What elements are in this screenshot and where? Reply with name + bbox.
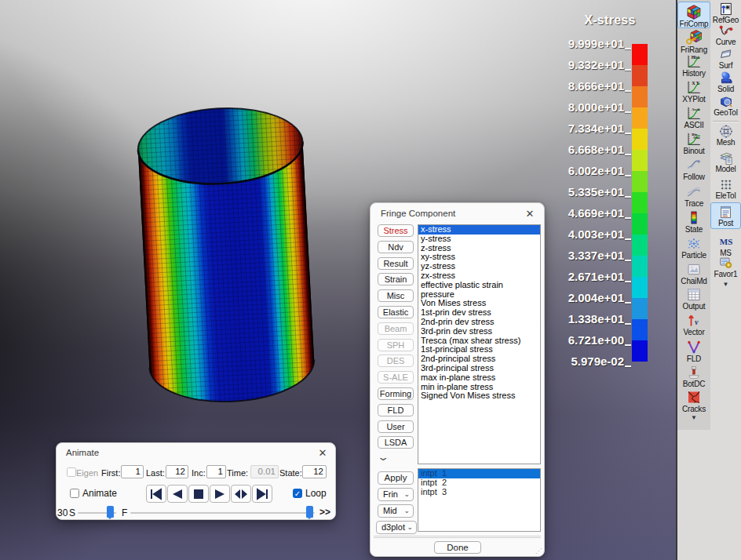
toolbar-item-vector[interactable]: Vector bbox=[677, 312, 710, 337]
toolbar-item-xyplot[interactable]: XYPlot bbox=[677, 79, 710, 104]
intpt-list-item[interactable]: intpt 3 bbox=[418, 488, 540, 497]
speed-slider-thumb[interactable] bbox=[107, 506, 114, 518]
close-icon[interactable]: ✕ bbox=[524, 208, 536, 220]
legend-title: X-stress bbox=[559, 13, 661, 27]
legend-row: 2.004e+01 bbox=[549, 291, 624, 305]
toolbar-item-solid[interactable]: Solid bbox=[710, 71, 741, 96]
eigen-checkbox[interactable] bbox=[67, 467, 76, 477]
done-button[interactable]: Done bbox=[434, 541, 481, 554]
toolbar-item-frirang[interactable]: FriRang bbox=[677, 30, 710, 55]
beam-category-button[interactable]: Beam bbox=[378, 322, 414, 335]
toolbar-item-trace[interactable]: Trace bbox=[677, 184, 710, 209]
des-category-button[interactable]: DES bbox=[378, 355, 414, 367]
toolbar-item-ascii[interactable]: ASCII bbox=[677, 105, 710, 130]
sph-category-button[interactable]: SPH bbox=[378, 339, 414, 351]
intpt-list-item[interactable]: intpt 2 bbox=[418, 478, 540, 488]
forming-category-button[interactable]: Forming bbox=[378, 387, 414, 400]
toolbar-item-chaimd[interactable]: ChaiMd bbox=[677, 261, 710, 286]
elastic-category-button[interactable]: Elastic bbox=[378, 306, 414, 318]
frirang-icon bbox=[685, 30, 703, 46]
skip-end-button[interactable] bbox=[252, 485, 272, 503]
last-label: Last: bbox=[146, 468, 165, 478]
legend-tick bbox=[625, 69, 631, 71]
toolbar-item-binout[interactable]: Binout bbox=[677, 131, 710, 156]
time-input[interactable]: 0.01 bbox=[250, 465, 279, 478]
reverse-button[interactable] bbox=[167, 485, 188, 503]
toolbar-item-eletol[interactable]: EleTol bbox=[710, 177, 741, 202]
binout-icon bbox=[685, 131, 703, 147]
mid-dropdown[interactable]: Mid⌄ bbox=[378, 504, 414, 518]
component-list-item[interactable]: y-stress bbox=[418, 235, 540, 244]
first-input[interactable]: 1 bbox=[121, 465, 144, 478]
toolbar-item-model[interactable]: Model bbox=[710, 151, 741, 176]
intpt-list[interactable]: intpt 1intpt 2intpt 3 bbox=[418, 468, 541, 532]
toolbar-item-label: Model bbox=[710, 165, 741, 173]
toolbar-item-label: ChaiMd bbox=[677, 278, 710, 285]
toolbar-item-output[interactable]: Output bbox=[677, 286, 710, 311]
legend-row: 4.003e+01 bbox=[549, 227, 624, 242]
toolbar-item-botdc[interactable]: BotDC bbox=[677, 364, 710, 389]
stress-category-button[interactable]: Stress bbox=[378, 224, 414, 237]
loop-checkbox[interactable] bbox=[293, 489, 302, 498]
toolbar-more-arrow[interactable]: ▼ bbox=[677, 415, 710, 421]
legend-value: 6.668e+01 bbox=[568, 143, 624, 156]
fld-icon bbox=[685, 339, 703, 355]
d3plot-dropdown[interactable]: d3plot⌄ bbox=[376, 521, 417, 534]
model-icon bbox=[717, 151, 735, 165]
toolbar-item-curve[interactable]: Curve bbox=[710, 24, 741, 49]
toolbar-item-cracks[interactable]: Cracks bbox=[677, 389, 710, 414]
toolbar-item-post[interactable]: Post bbox=[710, 202, 741, 229]
play-button[interactable] bbox=[210, 485, 230, 503]
toolbar-more-arrow[interactable]: ▼ bbox=[710, 282, 741, 288]
component-list-item[interactable]: 3rd-principal stress bbox=[418, 364, 540, 373]
legend-value: 5.335e+01 bbox=[568, 185, 624, 198]
component-list-item[interactable]: effective plastic strain bbox=[418, 281, 540, 290]
component-list-item[interactable]: zx-stress bbox=[418, 271, 540, 281]
lsda-category-button[interactable]: LSDA bbox=[378, 436, 414, 449]
animate-checkbox[interactable] bbox=[70, 489, 79, 498]
strain-category-button[interactable]: Strain bbox=[378, 273, 414, 285]
toolbar-item-follow[interactable]: Follow bbox=[677, 157, 710, 182]
legend-tick bbox=[625, 323, 631, 325]
toolbar-item-history[interactable]: History bbox=[677, 53, 710, 78]
user-category-button[interactable]: User bbox=[378, 420, 414, 433]
legend-tick bbox=[625, 260, 631, 261]
toolbar-item-state[interactable]: State bbox=[677, 209, 710, 235]
skip-start-button[interactable] bbox=[146, 485, 166, 503]
bounce-button[interactable] bbox=[231, 485, 251, 503]
chevron-down-icon[interactable]: ⌄ bbox=[377, 453, 400, 464]
misc-category-button[interactable]: Misc bbox=[378, 289, 414, 302]
toolbar-item-mesh[interactable]: Mesh bbox=[710, 124, 741, 149]
component-list[interactable]: x-stressy-stressz-stressxy-stressyz-stre… bbox=[418, 224, 541, 464]
component-list-item[interactable]: 2nd-prin dev stress bbox=[418, 318, 540, 327]
s-ale-category-button[interactable]: S-ALE bbox=[378, 371, 414, 384]
result-category-button[interactable]: Result bbox=[378, 257, 414, 270]
toolbar-item-fricomp[interactable]: FriComp bbox=[677, 2, 710, 28]
toolbar-item-geotol[interactable]: GeoTol bbox=[710, 94, 741, 119]
chevron-down-icon: ⌄ bbox=[403, 505, 410, 517]
toolbar-item-particle[interactable]: Particle bbox=[677, 235, 710, 260]
frame-slider-thumb[interactable] bbox=[306, 506, 313, 518]
legend-color-segment bbox=[632, 277, 648, 298]
chevron-down-icon: ⌄ bbox=[407, 522, 413, 533]
toolbar-item-favor1[interactable]: Favor1 bbox=[710, 256, 741, 281]
last-input[interactable]: 12 bbox=[166, 465, 188, 478]
frin-dropdown[interactable]: Frin⌄ bbox=[378, 488, 414, 501]
stop-button[interactable] bbox=[188, 485, 209, 503]
resize-grip[interactable]: ⋰ bbox=[535, 548, 542, 555]
close-icon[interactable]: ✕ bbox=[316, 447, 329, 460]
state-input[interactable]: 12 bbox=[302, 465, 327, 478]
ndv-category-button[interactable]: Ndv bbox=[378, 241, 414, 253]
inc-input[interactable]: 1 bbox=[206, 465, 226, 478]
legend-row: 4.669e+01 bbox=[549, 206, 624, 220]
toolbar-item-surf[interactable]: Surf bbox=[710, 47, 741, 72]
fld-category-button[interactable]: FLD bbox=[378, 404, 414, 416]
fast-forward-button[interactable]: >> bbox=[319, 507, 330, 518]
component-list-item[interactable]: 3rd-prin dev stress bbox=[418, 327, 540, 336]
animate-label: Animate bbox=[82, 488, 117, 499]
apply-button[interactable]: Apply bbox=[378, 471, 414, 485]
toolbar-item-fld[interactable]: FLD bbox=[677, 339, 710, 364]
frame-slider-track[interactable] bbox=[130, 512, 315, 514]
component-list-item[interactable]: max in-plane stress bbox=[418, 373, 540, 383]
component-list-item[interactable]: Signed Von Mises stress bbox=[418, 391, 540, 401]
